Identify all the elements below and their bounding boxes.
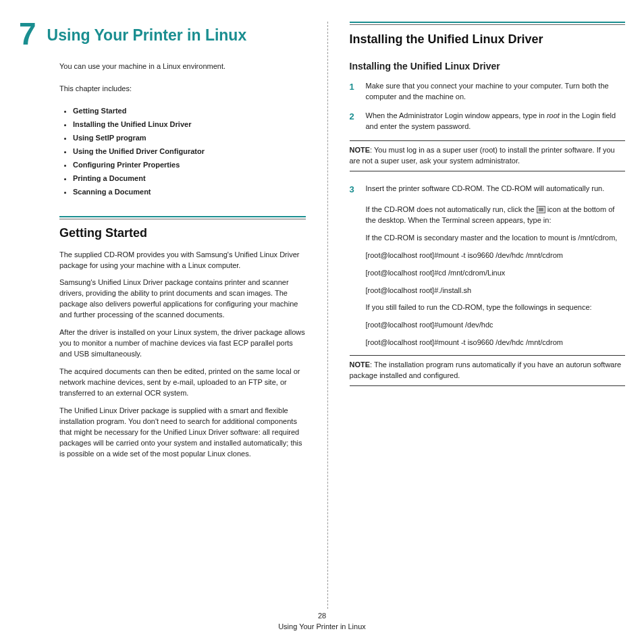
- page-number: 28: [0, 611, 644, 621]
- step: 1 Make sure that you connect your machin…: [350, 81, 626, 103]
- instruction-text: If you still failed to run the CD-ROM, t…: [366, 302, 626, 313]
- intro-text: You can use your machine in a Linux envi…: [59, 61, 306, 72]
- section-rule: [59, 216, 306, 219]
- install-steps: 1 Make sure that you connect your machin…: [350, 81, 626, 132]
- command-text: [root@localhost root]#cd /mnt/cdrom/Linu…: [366, 268, 626, 279]
- install-steps-cont: 3 Insert the printer software CD-ROM. Th…: [350, 184, 626, 196]
- body-paragraph: The Unified Linux Driver package is supp…: [59, 406, 306, 460]
- chapter-intro: You can use your machine in a Linux envi…: [59, 61, 306, 95]
- note-box: NOTE: You must log in as a super user (r…: [350, 140, 626, 171]
- step: 2 When the Administrator Login window ap…: [350, 111, 626, 132]
- right-column: Installing the Unified Linux Driver Inst…: [327, 22, 626, 609]
- command-text: [root@localhost root]#mount -t iso9660 /…: [366, 250, 626, 261]
- body-paragraph: The acquired documents can then be edite…: [59, 367, 306, 399]
- chapter-number: 7: [19, 22, 36, 47]
- toc-item: Using SetIP program: [73, 134, 306, 142]
- note-label: NOTE: [350, 360, 371, 369]
- step-number: 3: [350, 184, 359, 196]
- chapter-title: Using Your Printer in Linux: [47, 22, 247, 45]
- step-text: Make sure that you connect your machine …: [366, 81, 626, 103]
- section-rule: [350, 22, 626, 25]
- toc-item: Scanning a Document: [73, 188, 306, 196]
- step-number: 2: [350, 111, 359, 132]
- note-text: : The installation program runs automati…: [350, 360, 622, 379]
- page-footer: 28 Using Your Printer in Linux: [0, 611, 644, 632]
- toc-item: Printing a Document: [73, 174, 306, 182]
- body-paragraph: After the driver is installed on your Li…: [59, 327, 306, 360]
- step-text: Insert the printer software CD-ROM. The …: [366, 184, 626, 196]
- toc-item: Using the Unified Driver Configurator: [73, 147, 306, 155]
- section-title-installing: Installing the Unified Linux Driver: [350, 32, 626, 47]
- section-title-getting-started: Getting Started: [59, 226, 306, 240]
- note-label: NOTE: [350, 146, 371, 154]
- note-box: NOTE: The installation program runs auto…: [350, 355, 626, 386]
- footer-caption: Using Your Printer in Linux: [0, 622, 644, 632]
- step: 3 Insert the printer software CD-ROM. Th…: [350, 184, 626, 196]
- instruction-text: If the CD-ROM is secondary master and th…: [366, 233, 626, 244]
- toc-item: Installing the Unified Linux Driver: [73, 120, 306, 128]
- note-text: : You must log in as a super user (root)…: [350, 146, 615, 165]
- command-text: [root@localhost root]#mount -t iso9660 /…: [366, 338, 626, 348]
- terminal-icon: [537, 206, 545, 213]
- toc-item: Configuring Printer Properties: [73, 161, 306, 169]
- command-text: [root@localhost root]#./install.sh: [366, 286, 626, 296]
- getting-started-body: The supplied CD-ROM provides you with Sa…: [59, 250, 306, 460]
- emphasis: root: [547, 111, 560, 119]
- instruction-text: If the CD-ROM does not automatically run…: [366, 205, 626, 226]
- left-column: 7 Using Your Printer in Linux You can us…: [19, 22, 306, 609]
- terminal-instructions: If the CD-ROM does not automatically run…: [366, 205, 626, 348]
- intro-includes: This chapter includes:: [59, 84, 306, 94]
- command-text: [root@localhost root]#umount /dev/hdc: [366, 320, 626, 331]
- subsection-title: Installing the Unified Linux Driver: [350, 61, 626, 72]
- body-paragraph: Samsung's Unified Linux Driver package c…: [59, 277, 306, 321]
- step-text: When the Administrator Login window appe…: [366, 111, 626, 132]
- step-number: 1: [350, 81, 359, 103]
- body-paragraph: The supplied CD-ROM provides you with Sa…: [59, 250, 306, 271]
- toc-item: Getting Started: [73, 107, 306, 115]
- chapter-header: 7 Using Your Printer in Linux: [19, 22, 306, 47]
- table-of-contents: Getting Started Installing the Unified L…: [59, 107, 306, 196]
